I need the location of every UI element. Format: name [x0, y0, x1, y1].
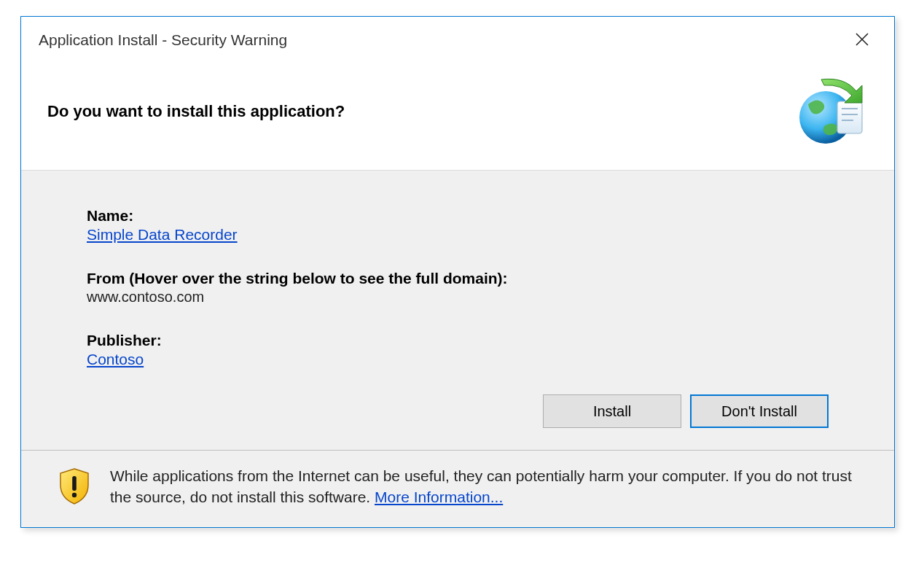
- dialog-header: Do you want to install this application?: [21, 61, 894, 170]
- svg-rect-3: [837, 101, 862, 133]
- close-icon: [855, 32, 869, 47]
- name-label: Name:: [87, 207, 829, 225]
- dont-install-button[interactable]: Don't Install: [690, 394, 829, 428]
- security-warning-dialog: Application Install - Security Warning D…: [20, 16, 895, 528]
- shield-warning-icon: [58, 467, 91, 505]
- dialog-content: Name: Simple Data Recorder From (Hover o…: [21, 170, 894, 450]
- install-button[interactable]: Install: [543, 394, 681, 428]
- publisher-field: Publisher: Contoso: [87, 332, 829, 368]
- name-value-link[interactable]: Simple Data Recorder: [87, 226, 238, 243]
- footer-warning-text: While applications from the Internet can…: [110, 465, 858, 508]
- close-button[interactable]: [847, 27, 877, 53]
- from-label: From (Hover over the string below to see…: [87, 270, 829, 287]
- publisher-value-link[interactable]: Contoso: [87, 351, 144, 367]
- titlebar: Application Install - Security Warning: [21, 17, 894, 61]
- svg-rect-7: [72, 476, 77, 491]
- dialog-title: Application Install - Security Warning: [39, 31, 287, 49]
- from-value: www.contoso.com: [87, 289, 829, 305]
- more-information-link[interactable]: More Information...: [375, 489, 503, 505]
- publisher-label: Publisher:: [87, 332, 829, 349]
- svg-point-8: [72, 493, 77, 497]
- name-field: Name: Simple Data Recorder: [87, 207, 829, 244]
- from-field: From (Hover over the string below to see…: [87, 270, 829, 305]
- button-row: Install Don't Install: [87, 394, 829, 428]
- header-question: Do you want to install this application?: [47, 102, 345, 121]
- dialog-footer: While applications from the Internet can…: [21, 450, 894, 527]
- globe-install-icon: [795, 75, 868, 148]
